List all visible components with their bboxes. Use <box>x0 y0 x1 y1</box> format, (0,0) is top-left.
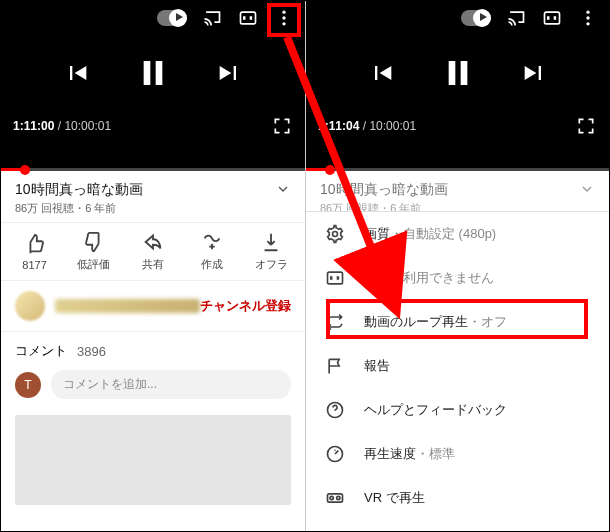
next-video-thumbnail[interactable] <box>15 415 291 505</box>
like-count: 8177 <box>22 259 46 271</box>
speed-icon <box>324 444 346 464</box>
menu-quality[interactable]: 画質・自動設定 (480p) <box>306 212 609 256</box>
next-icon[interactable] <box>520 59 548 91</box>
flag-icon <box>324 356 346 376</box>
svg-point-2 <box>282 16 285 19</box>
pause-icon[interactable] <box>442 53 474 97</box>
vr-icon <box>324 488 346 508</box>
video-info[interactable]: 10時間真っ暗な動画 86万 回視聴・6 年前 <box>1 171 305 223</box>
svg-point-18 <box>337 496 340 499</box>
user-avatar: T <box>15 372 41 398</box>
more-icon[interactable] <box>273 7 295 29</box>
video-title: 10時間真っ暗な動画 <box>15 181 143 199</box>
svg-point-17 <box>330 496 333 499</box>
cc-icon <box>324 268 346 288</box>
svg-point-12 <box>333 232 338 237</box>
menu-help[interactable]: ヘルプとフィードバック <box>306 388 609 432</box>
video-title: 10時間真っ暗な動画 <box>320 181 448 199</box>
channel-name <box>55 299 200 313</box>
autoplay-switch[interactable] <box>461 10 491 26</box>
like-button[interactable]: 8177 <box>7 233 63 271</box>
current-time: 1:11:04 <box>318 119 359 133</box>
cc-icon[interactable] <box>237 7 259 29</box>
channel-row[interactable]: チャンネル登録 <box>1 280 305 332</box>
video-player: 1:11:00 / 10:00:01 <box>1 1 305 171</box>
time-display: 1:11:04 / 10:00:01 <box>318 119 416 133</box>
help-icon <box>324 400 346 420</box>
autoplay-switch[interactable] <box>157 10 187 26</box>
menu-speed[interactable]: 再生速度・標準 <box>306 432 609 476</box>
cast-icon[interactable] <box>201 7 223 29</box>
svg-rect-4 <box>144 61 151 85</box>
left-phone: 1:11:00 / 10:00:01 10時間真っ暗な動画 86万 回視聴・6 … <box>1 1 305 531</box>
previous-icon[interactable] <box>63 59 91 91</box>
loop-icon <box>324 312 346 332</box>
menu-cancel[interactable]: キャンセル <box>306 520 609 532</box>
channel-avatar <box>15 291 45 321</box>
gear-icon <box>324 224 346 244</box>
pause-icon[interactable] <box>137 53 169 97</box>
svg-rect-5 <box>156 61 163 85</box>
menu-report[interactable]: 報告 <box>306 344 609 388</box>
current-time: 1:11:00 <box>13 119 54 133</box>
menu-captions[interactable]: 字幕・利用できません <box>306 256 609 300</box>
svg-point-9 <box>586 22 589 25</box>
chevron-down-icon[interactable] <box>275 181 291 201</box>
svg-rect-13 <box>328 272 343 284</box>
chevron-down-icon <box>579 181 595 201</box>
comment-input[interactable]: コメントを追加... <box>51 370 291 399</box>
comments-header[interactable]: コメント 3896 <box>1 332 305 364</box>
time-display: 1:11:00 / 10:00:01 <box>13 119 111 133</box>
menu-vr[interactable]: VR で再生 <box>306 476 609 520</box>
video-meta: 86万 回視聴・6 年前 <box>15 201 143 216</box>
offline-button[interactable]: オフラ <box>243 231 299 272</box>
total-time: 10:00:01 <box>64 119 111 133</box>
more-icon[interactable] <box>577 7 599 29</box>
cast-icon[interactable] <box>505 7 527 29</box>
create-button[interactable]: 作成 <box>184 231 240 272</box>
svg-rect-10 <box>448 61 455 85</box>
fullscreen-icon[interactable] <box>271 115 293 137</box>
comments-count: 3896 <box>77 344 106 359</box>
fullscreen-icon[interactable] <box>575 115 597 137</box>
progress-bar[interactable] <box>1 168 305 171</box>
action-bar: 8177 低評価 共有 作成 オフラ <box>1 223 305 280</box>
svg-rect-0 <box>241 12 256 24</box>
subscribe-button[interactable]: チャンネル登録 <box>200 297 291 315</box>
svg-point-8 <box>586 16 589 19</box>
svg-point-1 <box>282 11 285 14</box>
dislike-button[interactable]: 低評価 <box>66 231 122 272</box>
menu-loop[interactable]: 動画のループ再生・オフ <box>306 300 609 344</box>
svg-point-3 <box>282 22 285 25</box>
previous-icon[interactable] <box>368 59 396 91</box>
svg-rect-6 <box>545 12 560 24</box>
next-icon[interactable] <box>215 59 243 91</box>
options-menu: 画質・自動設定 (480p) 字幕・利用できません 動画のループ再生・オフ 報告… <box>306 211 609 531</box>
video-player: 1:11:04 / 10:00:01 <box>306 1 609 171</box>
svg-point-7 <box>586 11 589 14</box>
comments-label: コメント <box>15 342 67 360</box>
share-button[interactable]: 共有 <box>125 231 181 272</box>
svg-rect-11 <box>460 61 467 85</box>
cc-icon[interactable] <box>541 7 563 29</box>
total-time: 10:00:01 <box>369 119 416 133</box>
right-phone: 1:11:04 / 10:00:01 10時間真っ暗な動画 86万 回視聴・6 … <box>305 1 609 531</box>
